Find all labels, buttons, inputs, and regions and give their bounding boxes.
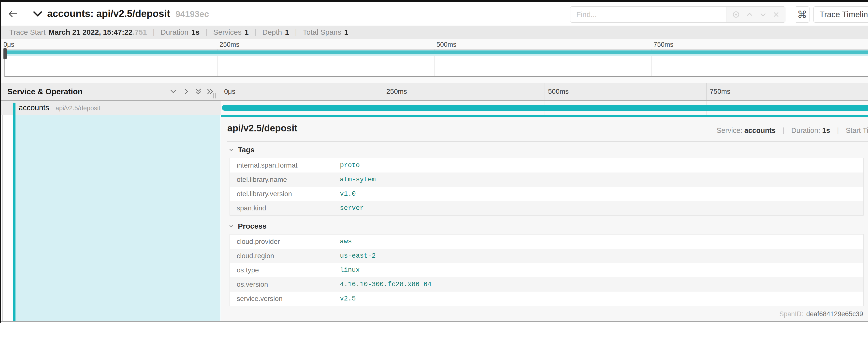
tag-key: otel.library.version [230,190,340,198]
span-bar-cell [221,100,868,115]
tag-key: otel.library.name [230,176,340,183]
process-row: cloud.region us-east-2 [230,249,863,263]
trace-start-value: March 21 2022, 15:47:22 [49,28,132,36]
process-value: us-east-2 [340,252,376,260]
divider: | [837,126,839,134]
process-value: v2.5 [340,295,356,303]
tag-row: otel.library.name atm-sytem [230,172,863,187]
trace-meta-bar: Trace Start March 21 2022, 15:47:22.751 … [0,26,868,39]
duration-value: 1s [191,28,199,36]
service-operation-header-cell: Service & Operation [0,83,221,100]
process-accordion-header[interactable]: Process [228,222,267,230]
trace-minimap: 0μs 250ms 500ms 750ms [0,39,868,83]
view-selector-button[interactable]: Trace Timeline [813,6,868,23]
span-name-cell[interactable]: accountsapi/v2.5/deposit [0,100,221,115]
total-spans-value: 1 [344,28,348,36]
chevron-down-icon [228,223,235,229]
minimap-left-scrubber[interactable] [3,48,7,59]
tags-section-title: Tags [238,146,255,154]
scope-icon[interactable] [732,10,740,19]
divider: | [255,28,256,36]
collapse-one-level-icon[interactable] [182,87,190,96]
tag-row: internal.span.format proto [230,158,863,172]
duration-label: Duration: [791,126,820,134]
tags-accordion-header[interactable]: Tags [228,146,255,154]
service-operation-title: Service & Operation [7,83,83,100]
total-spans-label: Total Spans [303,28,341,36]
process-table: cloud.provider aws cloud.region us-east-… [229,234,864,306]
back-button[interactable] [0,2,26,26]
span-operation-name: api/v2.5/deposit [56,104,100,112]
minimap-tick-2: 500ms [436,41,456,49]
trace-header: accounts: api/v2.5/deposit94193ec ⌘ [0,2,868,26]
column-resize-handle[interactable] [213,93,216,98]
divider: | [782,126,784,134]
find-next-icon[interactable] [759,10,767,19]
tag-key: internal.span.format [230,162,340,169]
content-bottom-divider [0,321,868,322]
trace-id-short: 94193ec [176,9,209,19]
collapse-all-icon[interactable] [206,87,214,96]
process-value: linux [340,266,360,274]
depth-value: 1 [285,28,289,36]
process-row: os.version 4.16.10-300.fc28.x86_64 [230,277,863,292]
span-service-name: accountsapi/v2.5/deposit [19,100,100,115]
span-duration-bar[interactable] [222,105,868,111]
process-key: os.type [230,266,340,274]
gridline [545,83,545,100]
trace-page: accounts: api/v2.5/deposit94193ec ⌘ [0,0,868,345]
tag-value: proto [340,162,360,169]
find-suffix [726,7,785,22]
minimap-span-bar [5,51,868,54]
span-detail-title: api/v2.5/deposit [227,123,297,134]
minimap-span-bar-glow [5,54,868,56]
tag-row: otel.library.version v1.0 [230,187,863,201]
trace-start-label: Trace Start [9,28,45,36]
window-top-strip [0,0,868,2]
timeline-tick-1: 250ms [386,83,407,100]
tag-value: v1.0 [340,190,356,198]
find-prev-icon[interactable] [746,10,753,19]
span-id-value: deaf684129e65c39 [806,310,863,318]
span-id-footer: SpanID: deaf684129e65c39 [713,310,868,318]
minimap-viewport[interactable] [4,49,868,77]
timeline-tick-3: 750ms [710,83,731,100]
services-value: 1 [245,28,249,36]
tag-value: server [340,204,364,212]
service-label: Service: [717,126,742,134]
span-row[interactable]: accountsapi/v2.5/deposit [0,100,868,115]
duration-label: Duration [160,28,188,36]
gridline [706,83,707,100]
find-box [570,6,785,23]
trace-start-ms: .751 [132,28,147,36]
minimap-tick-0: 0μs [3,41,14,49]
link-icon[interactable] [867,310,868,318]
process-row: service.version v2.5 [230,292,863,306]
process-key: os.version [230,281,340,288]
clear-find-icon[interactable] [772,11,780,18]
command-icon: ⌘ [797,9,807,20]
chevron-down-icon [228,147,235,153]
tags-table: internal.span.format proto otel.library.… [229,158,864,215]
minimap-tick-3: 750ms [653,41,673,49]
window-left-edge [0,0,1,323]
view-selector-label: Trace Timeline [819,10,868,19]
process-row: cloud.provider aws [230,234,863,249]
tag-key: span.kind [230,204,340,212]
minimap-left-scrub-line [5,59,5,76]
keyboard-shortcuts-button[interactable]: ⌘ [795,6,809,23]
expand-all-icon[interactable] [194,87,203,96]
timeline-tick-0: 0μs [224,83,236,100]
page-title: accounts: api/v2.5/deposit94193ec [47,2,209,26]
duration-value: 1s [822,126,830,134]
span-detail-meta: Service: accounts | Duration: 1s | Start… [717,126,868,135]
process-value: aws [340,238,352,245]
depth-label: Depth [262,28,282,36]
services-label: Services [213,28,242,36]
expand-one-level-icon[interactable] [169,87,178,96]
find-input[interactable] [570,7,726,22]
collapse-trace-chevron-icon[interactable] [32,10,43,18]
divider: | [206,28,208,36]
detail-left-line [2,115,3,321]
divider: | [295,28,297,36]
